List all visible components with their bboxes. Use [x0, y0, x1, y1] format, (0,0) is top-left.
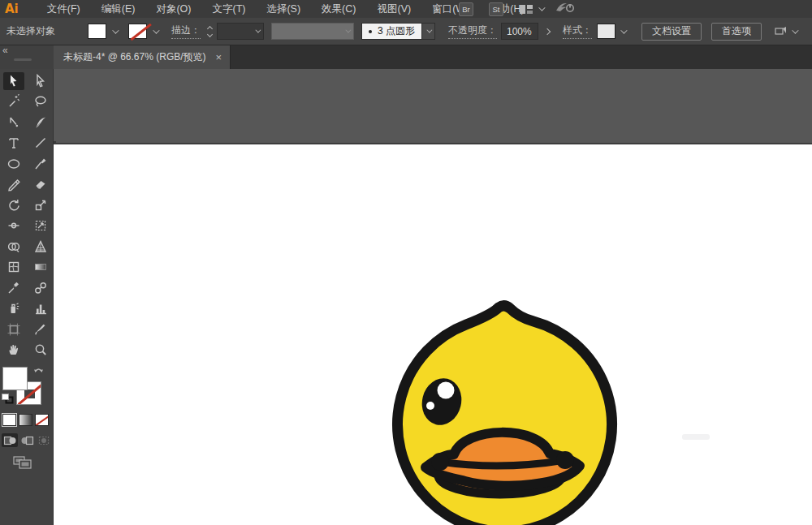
- variable-width-dropdown: [271, 23, 354, 40]
- paint-style-buttons: [0, 414, 54, 426]
- pencil-tool[interactable]: [3, 175, 24, 193]
- brush-definition-dropdown[interactable]: 3 点圆形: [361, 23, 422, 40]
- toolbar: [0, 69, 54, 525]
- app-logo[interactable]: Ai: [5, 2, 19, 16]
- eraser-tool[interactable]: [30, 175, 51, 193]
- document-tab-title: 未标题-4* @ 66.67% (RGB/预览): [63, 50, 206, 64]
- workspace-switcher-icon: [519, 4, 533, 15]
- lasso-tool[interactable]: [30, 93, 51, 110]
- ellipse-tool[interactable]: [3, 155, 24, 173]
- slice-tool[interactable]: [30, 321, 51, 338]
- stroke-color-swatch[interactable]: [128, 24, 147, 39]
- align-options[interactable]: [775, 26, 797, 37]
- draw-inside-button[interactable]: [36, 433, 52, 447]
- rotate-tool[interactable]: [3, 196, 24, 214]
- swap-fill-stroke-icon[interactable]: [33, 365, 44, 374]
- stroke-weight-stepper[interactable]: [205, 23, 215, 40]
- document-tab[interactable]: 未标题-4* @ 66.67% (RGB/预览) ×: [54, 45, 231, 69]
- draw-normal-icon: [3, 435, 17, 446]
- mesh-tool[interactable]: [3, 258, 24, 276]
- direct-selection-tool[interactable]: [30, 72, 51, 90]
- line-segment-tool[interactable]: [30, 134, 51, 152]
- drawing-mode-buttons: [0, 433, 54, 447]
- tool-grid: [0, 69, 53, 360]
- tab-close-icon[interactable]: ×: [216, 52, 222, 62]
- brush-definition-value: 3 点圆形: [378, 24, 415, 38]
- blend-tool[interactable]: [30, 279, 51, 297]
- faint-smudge: [682, 434, 710, 440]
- opacity-panel-arrow-icon[interactable]: [544, 28, 551, 34]
- duck-artwork[interactable]: [365, 282, 625, 525]
- menu-item[interactable]: 文字(T): [201, 0, 256, 19]
- align-glyph-icon: [775, 26, 788, 37]
- opacity-value-box[interactable]: 100%: [501, 23, 538, 40]
- shape-builder-tool[interactable]: [3, 238, 24, 256]
- controlbar: 未选择对象 描边： 3 点圆形 不透明度： 100% 样式： 文档设置 首选项: [0, 18, 812, 45]
- default-fill-stroke-icon[interactable]: [2, 394, 14, 404]
- eyedropper-tool[interactable]: [3, 279, 24, 297]
- document-setup-button[interactable]: 文档设置: [641, 23, 702, 41]
- screen-mode-button[interactable]: [13, 456, 32, 473]
- selection-tool[interactable]: [3, 72, 24, 90]
- menubar-right: BrSt: [459, 0, 576, 18]
- symbol-sprayer-tool[interactable]: [3, 299, 24, 317]
- magic-wand-tool[interactable]: [3, 93, 24, 110]
- menu-item[interactable]: 对象(O): [145, 0, 201, 19]
- fill-proxy-swatch[interactable]: [2, 367, 28, 390]
- cs-live-button[interactable]: [555, 1, 576, 17]
- column-graph-tool[interactable]: [30, 299, 51, 317]
- pen-tool[interactable]: [3, 114, 24, 131]
- duck-mouth-dot-right[interactable]: [556, 451, 574, 469]
- menu-item[interactable]: 效果(C): [311, 0, 366, 19]
- opacity-link[interactable]: 不透明度：: [448, 24, 497, 39]
- width-tool[interactable]: [3, 217, 24, 235]
- artboard[interactable]: [54, 143, 812, 525]
- gradient-button[interactable]: [19, 414, 32, 426]
- eye-highlight-large: [438, 382, 455, 399]
- illustrator-window: { "app": { "logo": "Ai" }, "menubar": { …: [0, 0, 812, 525]
- tools-panel-header: «: [0, 45, 54, 69]
- hand-tool[interactable]: [3, 341, 24, 359]
- collapse-panels-icon[interactable]: «: [2, 45, 8, 56]
- menu-item[interactable]: 编辑(E): [91, 0, 146, 19]
- gradient-tool[interactable]: [30, 258, 51, 276]
- eye-highlight-small: [426, 402, 434, 410]
- panel-grip[interactable]: [14, 58, 32, 61]
- brush-definition-chevron[interactable]: [422, 23, 435, 40]
- menu-item[interactable]: 视图(V): [366, 0, 421, 19]
- canvas-area[interactable]: [54, 69, 812, 525]
- style-chevron-icon[interactable]: [620, 27, 627, 33]
- draw-behind-button[interactable]: [19, 433, 35, 447]
- workspace-switcher[interactable]: [519, 4, 543, 15]
- perspective-grid-tool[interactable]: [30, 238, 51, 256]
- preferences-button[interactable]: 首选项: [711, 23, 762, 41]
- stroke-chevron-icon[interactable]: [153, 27, 159, 33]
- screen-mode-icon: [13, 456, 32, 470]
- style-link[interactable]: 样式：: [563, 24, 592, 39]
- tabstrip: « 未标题-4* @ 66.67% (RGB/预览) ×: [0, 45, 812, 69]
- none-button[interactable]: [35, 414, 49, 426]
- type-tool[interactable]: [3, 134, 24, 152]
- style-swatch[interactable]: [597, 24, 615, 39]
- color-button[interactable]: [2, 414, 16, 426]
- zoom-tool[interactable]: [30, 341, 51, 359]
- fill-chevron-icon[interactable]: [112, 27, 119, 33]
- cs-live-icon: [555, 1, 576, 14]
- draw-behind-icon: [20, 435, 34, 446]
- scale-tool[interactable]: [30, 196, 51, 214]
- draw-normal-button[interactable]: [2, 433, 18, 447]
- curvature-tool[interactable]: [30, 114, 51, 131]
- menu-item[interactable]: 选择(S): [256, 0, 311, 19]
- stroke-weight-link[interactable]: 描边：: [171, 24, 201, 39]
- stroke-weight-dropdown[interactable]: [217, 23, 264, 40]
- duck-mouth-dot-left[interactable]: [431, 453, 449, 471]
- menu-badges: BrSt: [459, 2, 519, 16]
- paintbrush-tool[interactable]: [30, 155, 51, 173]
- menu-item[interactable]: 文件(F): [37, 0, 91, 19]
- badge-st[interactable]: St: [489, 2, 503, 16]
- free-transform-tool[interactable]: [30, 217, 51, 235]
- fill-color-swatch[interactable]: [88, 24, 106, 39]
- draw-inside-icon: [37, 435, 51, 446]
- badge-br[interactable]: Br: [459, 2, 473, 16]
- artboard-tool[interactable]: [3, 321, 24, 338]
